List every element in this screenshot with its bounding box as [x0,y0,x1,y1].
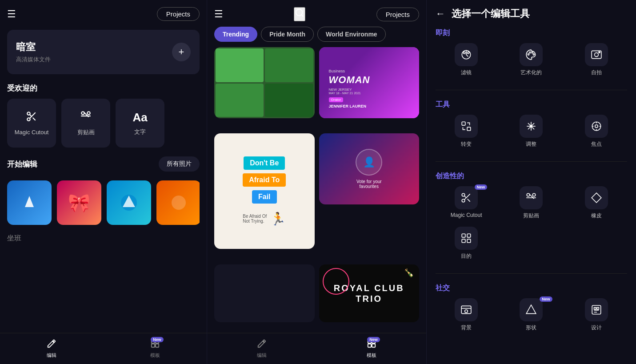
tool-magic-cutout-label: Magic Cutout [15,129,49,136]
svg-point-26 [528,54,529,55]
svg-marker-62 [527,305,536,314]
svg-rect-16 [156,344,159,347]
photo-item-4[interactable] [156,180,200,225]
collage-icon-right [520,186,543,209]
template-placeholder[interactable] [214,264,315,322]
background-label: 背景 [461,324,472,332]
tool-transform[interactable]: 转变 [436,115,497,148]
template-quote[interactable]: Don't Be Afraid To Fail Be Afraid OfNot … [214,133,315,249]
artistic-icon [520,43,543,66]
eraser-icon [585,186,608,209]
tab-pride-month[interactable]: Pride Month [261,27,314,42]
section-title-tools: 工具 [436,100,627,109]
nav-template-label-left: 模板 [150,352,160,359]
tool-artistic[interactable]: 艺术化的 [500,43,562,76]
tool-focus[interactable]: 焦点 [566,115,627,148]
svg-rect-56 [462,234,465,237]
svg-rect-58 [467,239,471,243]
start-edit-header: 开始编辑 所有照片 [7,156,200,172]
filter-icon [455,43,478,66]
tab-world-environment[interactable]: World Environme [317,27,386,42]
projects-button-middle[interactable]: Projects [376,8,419,21]
transform-icon [455,115,478,138]
photo-item-3[interactable] [107,180,151,225]
svg-point-28 [532,52,533,53]
tool-adjust[interactable]: 调整 [500,115,562,148]
hamburger-icon[interactable]: ☰ [7,8,16,20]
nav-template-left[interactable]: New 模板 [150,339,160,359]
search-button[interactable] [294,7,305,21]
nav-edit-left[interactable]: 编辑 [47,339,56,359]
photo-item-2[interactable]: 🎀 [57,180,101,225]
tool-purpose[interactable]: 目的 [436,227,497,260]
design-label: 设计 [591,324,602,332]
hamburger-icon-middle[interactable]: ☰ [214,8,223,20]
magic-cutout-icon [26,111,37,125]
background-icon [455,298,478,321]
svg-point-6 [87,112,90,115]
right-panel: ← 选择一个编辑工具 即刻 滤镜 [427,0,636,364]
tool-magic-cutout[interactable]: Magic Cutout [7,99,56,148]
svg-line-49 [468,199,470,202]
left-header: ☰ Projects [7,7,200,21]
quote-line-1: Don't Be [244,156,285,170]
transform-label: 转变 [461,140,472,148]
new-badge-magic-cutout: New [475,184,488,190]
collage-label-right: 剪贴画 [523,212,539,220]
collage-icon [80,110,92,125]
purpose-label: 目的 [461,252,472,260]
edit-icon-left [47,339,56,351]
back-button[interactable]: ← [436,8,445,20]
tool-design[interactable]: 设计 [566,298,627,332]
nav-template-middle[interactable]: New 模板 [367,339,376,359]
focus-icon [585,115,608,138]
tool-selfie[interactable]: 自拍 [566,43,627,76]
popular-section: 受欢迎的 Magic Cutout [7,83,200,148]
nav-edit-label-middle: 编辑 [257,352,267,359]
tool-collage-right[interactable]: 剪贴画 [500,186,562,220]
tool-text[interactable]: Aa 文字 [116,99,164,148]
popular-tools-row: Magic Cutout 剪贴画 Aa 文字 [7,99,200,148]
darkroom-text: 暗室 高清媒体文件 [16,40,51,64]
selfie-label: 自拍 [591,69,602,76]
templates-grid: Business WOMAN NEW JERSEY MAY 18 - MAY 2… [207,47,426,333]
svg-point-25 [467,52,469,54]
svg-rect-63 [592,305,601,314]
tool-collage[interactable]: 剪贴画 [61,99,110,148]
focus-label: 焦点 [591,140,602,148]
bottom-nav-middle: 编辑 New 模板 [207,333,426,364]
royal-bottle-deco: 🍾 [404,268,414,278]
tool-shape[interactable]: New 形状 [500,298,562,332]
tab-trending[interactable]: Trending [214,27,257,42]
royal-circle-deco [323,268,349,295]
svg-point-17 [296,9,303,16]
template-business-woman[interactable]: Business WOMAN NEW JERSEY MAY 18 - MAY 2… [319,47,420,118]
svg-point-61 [465,310,468,313]
nav-edit-middle[interactable]: 编辑 [257,339,267,359]
svg-point-41 [595,125,598,128]
svg-rect-21 [368,344,371,347]
section-tools: 工具 转变 [436,100,627,152]
template-vote[interactable]: 👤 Vote for yourfavourites [319,133,420,204]
projects-button-left[interactable]: Projects [157,7,200,21]
svg-rect-57 [467,234,471,237]
all-photos-button[interactable]: 所有照片 [159,156,200,172]
svg-point-52 [533,193,536,196]
tools-grid-tools: 转变 调整 [436,115,627,148]
tool-filter[interactable]: 滤镜 [436,43,497,76]
template-royal-club[interactable]: 🍾 ROYAL CLUB TRIO [319,264,420,322]
tool-background[interactable]: 背景 [436,298,497,332]
tool-eraser[interactable]: 橡皮 [566,186,627,220]
template-green-nature[interactable] [214,47,315,118]
photo-item-1[interactable] [7,180,52,225]
darkroom-subtitle: 高清媒体文件 [16,56,51,64]
shape-label: 形状 [526,324,536,332]
svg-point-31 [594,53,598,57]
svg-line-18 [302,15,304,16]
start-edit-title: 开始编辑 [7,159,37,169]
darkroom-title: 暗室 [16,40,51,54]
plus-button[interactable]: + [172,43,191,61]
darkroom-card[interactable]: 暗室 高清媒体文件 + [7,30,200,74]
tool-magic-cutout-right[interactable]: New Magic Cutout [436,186,497,220]
svg-rect-22 [372,344,375,347]
